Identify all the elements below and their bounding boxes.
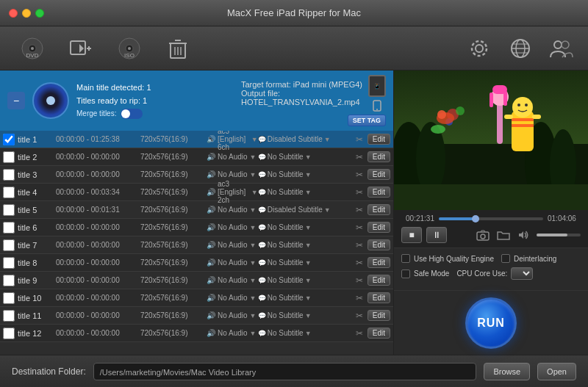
browse-button[interactable]: Browse bbox=[484, 363, 530, 380]
folder-btn[interactable] bbox=[495, 227, 512, 243]
title-list[interactable]: title 1 00:00:00 - 01:25:38 720x576(16:9… bbox=[0, 131, 393, 355]
screenshot-btn[interactable] bbox=[475, 227, 491, 243]
cut-icon[interactable]: ✂ bbox=[354, 151, 365, 163]
audio-chevron[interactable]: ▼ bbox=[250, 153, 257, 161]
subtitle-chevron[interactable]: ▼ bbox=[305, 224, 312, 231]
high-quality-checkbox[interactable] bbox=[401, 254, 410, 263]
edit-btn[interactable]: Edit bbox=[368, 187, 390, 198]
row-checkbox[interactable] bbox=[3, 275, 15, 286]
edit-btn[interactable]: Edit bbox=[368, 204, 390, 215]
table-row[interactable]: title 9 00:00:00 - 00:00:00 720x576(16:9… bbox=[0, 272, 393, 289]
audio-chevron[interactable]: ▼ bbox=[250, 312, 257, 319]
subtitle-chevron[interactable]: ▼ bbox=[305, 259, 312, 267]
subtitle-chevron[interactable]: ▼ bbox=[305, 153, 312, 161]
volume-track[interactable] bbox=[537, 234, 581, 236]
set-tag-btn[interactable]: SET TAG bbox=[348, 115, 386, 126]
edit-btn[interactable]: Edit bbox=[368, 257, 390, 268]
cut-icon[interactable]: ✂ bbox=[354, 328, 365, 339]
cut-icon[interactable]: ✂ bbox=[354, 239, 365, 251]
row-checkbox[interactable] bbox=[3, 187, 15, 198]
audio-chevron[interactable]: ▼ bbox=[250, 206, 257, 214]
edit-btn[interactable]: Edit bbox=[368, 134, 390, 145]
toolbar-dvd-btn[interactable]: DVD bbox=[12, 30, 53, 67]
edit-btn[interactable]: Edit bbox=[368, 310, 390, 321]
profile-btn[interactable] bbox=[547, 34, 576, 63]
settings-btn[interactable] bbox=[465, 34, 494, 63]
table-row[interactable]: title 7 00:00:00 - 00:00:00 720x576(16:9… bbox=[0, 236, 393, 254]
open-button[interactable]: Open bbox=[537, 363, 576, 380]
edit-btn[interactable]: Edit bbox=[368, 292, 390, 303]
row-checkbox[interactable] bbox=[3, 222, 15, 234]
table-row[interactable]: title 8 00:00:00 - 00:00:00 720x576(16:9… bbox=[0, 254, 393, 272]
edit-btn[interactable]: Edit bbox=[368, 328, 390, 339]
subtitle-chevron[interactable]: ▼ bbox=[305, 171, 312, 178]
minimize-button[interactable] bbox=[22, 9, 31, 18]
subtitle-chevron[interactable]: ▼ bbox=[305, 189, 312, 196]
toolbar-add-video-btn[interactable] bbox=[60, 30, 101, 67]
table-row[interactable]: title 5 00:00:00 - 00:01:31 720x576(16:9… bbox=[0, 201, 393, 219]
table-row[interactable]: title 3 00:00:00 - 00:00:00 720x576(16:9… bbox=[0, 166, 393, 184]
row-checkbox[interactable] bbox=[3, 151, 15, 163]
row-checkbox[interactable] bbox=[3, 292, 15, 304]
edit-btn[interactable]: Edit bbox=[368, 222, 390, 233]
subtitle-chevron[interactable]: ▼ bbox=[324, 136, 331, 143]
play-pause-btn[interactable]: ⏸ bbox=[426, 227, 447, 243]
row-checkbox[interactable] bbox=[3, 328, 15, 339]
cut-icon[interactable]: ✂ bbox=[354, 222, 365, 234]
cut-icon[interactable]: ✂ bbox=[354, 169, 365, 181]
table-row[interactable]: title 10 00:00:00 - 00:00:00 720x576(16:… bbox=[0, 289, 393, 307]
row-checkbox[interactable] bbox=[3, 257, 15, 269]
minus-btn[interactable]: − bbox=[7, 92, 25, 109]
row-checkbox[interactable] bbox=[3, 204, 15, 216]
subtitle-chevron[interactable]: ▼ bbox=[305, 294, 312, 302]
volume-icon-btn[interactable] bbox=[516, 227, 532, 243]
edit-btn[interactable]: Edit bbox=[368, 151, 390, 162]
table-row[interactable]: title 2 00:00:00 - 00:00:00 720x576(16:9… bbox=[0, 148, 393, 166]
row-checkbox[interactable] bbox=[3, 239, 15, 251]
subtitle-chevron[interactable]: ▼ bbox=[305, 312, 312, 319]
cut-icon[interactable]: ✂ bbox=[354, 187, 365, 198]
close-button[interactable] bbox=[9, 9, 18, 18]
audio-chevron[interactable]: ▼ bbox=[251, 189, 258, 196]
toolbar-iso-btn[interactable]: ISO bbox=[109, 30, 150, 67]
progress-track[interactable] bbox=[439, 217, 543, 220]
audio-chevron[interactable]: ▼ bbox=[250, 330, 257, 337]
stop-btn[interactable]: ■ bbox=[401, 227, 422, 243]
cut-icon[interactable]: ✂ bbox=[354, 204, 365, 216]
table-row[interactable]: title 12 00:00:00 - 00:00:00 720x576(16:… bbox=[0, 325, 393, 342]
run-button[interactable]: RUN bbox=[465, 297, 517, 349]
web-btn[interactable] bbox=[506, 34, 535, 63]
audio-chevron[interactable]: ▼ bbox=[251, 136, 258, 143]
audio-chevron[interactable]: ▼ bbox=[250, 242, 257, 249]
toolbar-delete-btn[interactable] bbox=[157, 30, 198, 67]
subtitle-chevron[interactable]: ▼ bbox=[305, 330, 312, 337]
row-checkbox[interactable] bbox=[3, 169, 15, 181]
cut-icon[interactable]: ✂ bbox=[354, 134, 365, 145]
cut-icon[interactable]: ✂ bbox=[354, 292, 365, 304]
edit-btn[interactable]: Edit bbox=[368, 239, 390, 250]
audio-chevron[interactable]: ▼ bbox=[250, 171, 257, 178]
merge-toggle[interactable] bbox=[121, 109, 143, 119]
subtitle-chevron[interactable]: ▼ bbox=[305, 242, 312, 249]
cpu-core-select[interactable]: 1 2 4 8 bbox=[511, 267, 533, 280]
subtitle-chevron[interactable]: ▼ bbox=[324, 206, 331, 214]
cut-icon[interactable]: ✂ bbox=[354, 275, 365, 286]
table-row[interactable]: title 1 00:00:00 - 01:25:38 720x576(16:9… bbox=[0, 131, 393, 148]
deinterlacing-checkbox[interactable] bbox=[501, 254, 510, 263]
cut-icon[interactable]: ✂ bbox=[354, 257, 365, 269]
safe-mode-checkbox[interactable] bbox=[401, 270, 410, 278]
table-row[interactable]: title 11 00:00:00 - 00:00:00 720x576(16:… bbox=[0, 307, 393, 325]
table-row[interactable]: title 6 00:00:00 - 00:00:00 720x576(16:9… bbox=[0, 219, 393, 236]
audio-chevron[interactable]: ▼ bbox=[250, 277, 257, 284]
row-checkbox[interactable] bbox=[3, 134, 15, 145]
subtitle-chevron[interactable]: ▼ bbox=[305, 277, 312, 284]
table-row[interactable]: title 4 00:00:00 - 00:03:34 720x576(16:9… bbox=[0, 184, 393, 201]
row-checkbox[interactable] bbox=[3, 310, 15, 322]
edit-btn[interactable]: Edit bbox=[368, 169, 390, 180]
audio-chevron[interactable]: ▼ bbox=[250, 224, 257, 231]
maximize-button[interactable] bbox=[35, 9, 44, 18]
cut-icon[interactable]: ✂ bbox=[354, 310, 365, 322]
audio-chevron[interactable]: ▼ bbox=[250, 259, 257, 267]
audio-chevron[interactable]: ▼ bbox=[250, 294, 257, 302]
edit-btn[interactable]: Edit bbox=[368, 275, 390, 286]
